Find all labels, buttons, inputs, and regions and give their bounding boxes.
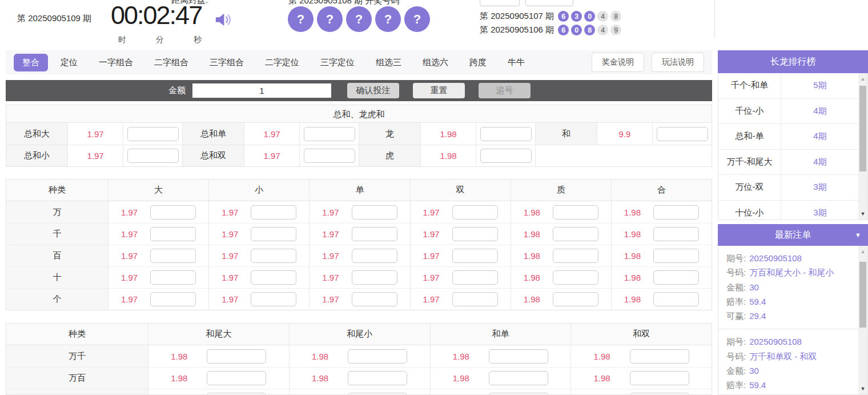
bet-amount-input[interactable] xyxy=(251,227,296,241)
bet-amount-input[interactable] xyxy=(480,149,532,163)
bet-amount-input[interactable] xyxy=(304,127,355,141)
orders-panel-title[interactable]: 最新注单▼ xyxy=(718,224,868,246)
scroll-up-icon[interactable]: ▲ xyxy=(858,247,867,256)
orders-scrollbar[interactable]: ▲ ▼ xyxy=(858,246,867,394)
nav-tab[interactable]: 二字组合 xyxy=(146,54,197,71)
column-header: 大 xyxy=(108,179,208,201)
row-label: 万百 xyxy=(6,368,148,389)
bet-amount-input[interactable] xyxy=(127,149,179,163)
column-header: 和单 xyxy=(430,324,571,345)
bet-amount-input[interactable] xyxy=(304,149,355,163)
bet-amount-input[interactable] xyxy=(452,292,498,306)
bet-amount-input[interactable] xyxy=(452,270,498,285)
scroll-down-icon[interactable]: ▼ xyxy=(858,209,867,218)
bet-amount-input[interactable] xyxy=(251,249,296,263)
bet-amount-input[interactable] xyxy=(553,227,598,241)
nav-tab[interactable]: 跨度 xyxy=(461,54,495,71)
bet-cell: 1.98 xyxy=(611,245,712,266)
bet-amount-input[interactable] xyxy=(653,249,699,263)
bet-amount-input[interactable] xyxy=(352,205,397,220)
scrollbar-thumb[interactable] xyxy=(859,86,866,171)
bet-amount-input[interactable] xyxy=(251,270,296,285)
help-button[interactable]: 玩法说明 xyxy=(652,53,704,72)
bet-amount-input[interactable] xyxy=(352,270,397,285)
odds-value: 1.97 xyxy=(121,273,138,282)
nav-tab[interactable]: 组选六 xyxy=(414,54,457,71)
bet-amount-input[interactable] xyxy=(352,292,397,306)
timer-unit: 分 xyxy=(156,35,164,45)
bet-amount-input[interactable] xyxy=(150,249,196,263)
dragon-row[interactable]: 千个-和单5期 xyxy=(718,73,867,99)
bet-amount-input[interactable] xyxy=(207,393,266,395)
dragon-row[interactable]: 十位-小3期 xyxy=(718,201,867,221)
odds-value: 1.98 xyxy=(171,352,187,361)
input-cell xyxy=(653,123,712,145)
bet-type-label: 龙 xyxy=(359,123,421,145)
bet-amount-input[interactable] xyxy=(553,205,598,220)
bet-amount-input[interactable] xyxy=(630,393,689,395)
amount-input[interactable] xyxy=(192,83,331,98)
dragon-row[interactable]: 万千-和尾大4期 xyxy=(718,150,867,175)
nav-tab[interactable]: 定位 xyxy=(52,54,86,71)
reset-button[interactable]: 重置 xyxy=(413,83,465,98)
chase-number-button[interactable]: 追号 xyxy=(479,83,531,98)
scrollbar-thumb[interactable] xyxy=(859,262,866,328)
header-button-stub[interactable] xyxy=(480,0,520,6)
bet-amount-input[interactable] xyxy=(207,349,266,364)
nav-tab[interactable]: 三字定位 xyxy=(312,54,363,71)
dragon-row[interactable]: 万位-双3期 xyxy=(718,175,867,201)
bet-amount-input[interactable] xyxy=(653,227,699,241)
column-header: 合 xyxy=(611,179,712,201)
nav-tab[interactable]: 组选三 xyxy=(367,54,410,71)
scroll-up-icon[interactable]: ▲ xyxy=(858,74,867,83)
confirm-bet-button[interactable]: 确认投注 xyxy=(347,83,399,98)
bet-amount-input[interactable] xyxy=(653,205,699,220)
bet-amount-input[interactable] xyxy=(489,349,548,364)
bet-amount-input[interactable] xyxy=(489,371,548,385)
bet-amount-input[interactable] xyxy=(251,292,296,306)
bet-amount-input[interactable] xyxy=(352,249,397,263)
speaker-icon[interactable] xyxy=(214,10,232,29)
dragon-scrollbar[interactable]: ▲ ▼ xyxy=(858,73,867,220)
collapse-caret-icon[interactable]: ▼ xyxy=(855,224,861,246)
bet-amount-input[interactable] xyxy=(251,205,296,220)
bet-amount-input[interactable] xyxy=(150,292,196,306)
dragon-streak: 4期 xyxy=(781,99,859,124)
bet-amount-input[interactable] xyxy=(127,127,179,141)
bet-amount-input[interactable] xyxy=(348,371,407,385)
dragon-row[interactable]: 千位-小4期 xyxy=(718,99,867,125)
odds-cell: 1.98 xyxy=(421,145,476,166)
bet-amount-input[interactable] xyxy=(207,371,266,385)
odds-value: 1.98 xyxy=(524,273,540,282)
scroll-down-icon[interactable]: ▼ xyxy=(858,384,867,393)
bet-amount-input[interactable] xyxy=(553,270,598,285)
bet-amount-input[interactable] xyxy=(653,270,699,285)
bet-amount-input[interactable] xyxy=(150,205,196,220)
nav-tab[interactable]: 牛牛 xyxy=(499,54,533,71)
bet-amount-input[interactable] xyxy=(452,205,498,220)
nav-tab[interactable]: 三字组合 xyxy=(201,54,252,71)
bet-amount-input[interactable] xyxy=(630,349,689,364)
dragon-row[interactable]: 总和-单4期 xyxy=(718,124,867,150)
bet-amount-input[interactable] xyxy=(489,393,548,395)
bet-amount-input[interactable] xyxy=(657,127,708,141)
nav-tab[interactable]: 整合 xyxy=(14,54,48,71)
bet-amount-input[interactable] xyxy=(452,249,498,263)
bet-amount-input[interactable] xyxy=(348,349,407,364)
bet-amount-input[interactable] xyxy=(553,292,598,306)
odds-cell: 1.97 xyxy=(244,145,300,166)
bet-amount-input[interactable] xyxy=(352,227,397,241)
help-button[interactable]: 奖金说明 xyxy=(592,53,644,72)
bet-amount-input[interactable] xyxy=(553,249,598,263)
bet-amount-input[interactable] xyxy=(150,270,196,285)
bet-amount-input[interactable] xyxy=(452,227,498,241)
bet-amount-input[interactable] xyxy=(348,393,407,395)
bet-amount-input[interactable] xyxy=(653,292,699,306)
header-button-stub[interactable] xyxy=(525,0,573,6)
nav-bar: 整合定位一字组合二字组合三字组合二字定位三字定位组选三组选六跨度牛牛 奖金说明玩… xyxy=(6,50,712,74)
bet-amount-input[interactable] xyxy=(630,371,689,385)
nav-tab[interactable]: 二字定位 xyxy=(256,54,308,71)
nav-tab[interactable]: 一字组合 xyxy=(90,54,142,71)
bet-amount-input[interactable] xyxy=(150,227,196,241)
bet-amount-input[interactable] xyxy=(480,127,532,141)
